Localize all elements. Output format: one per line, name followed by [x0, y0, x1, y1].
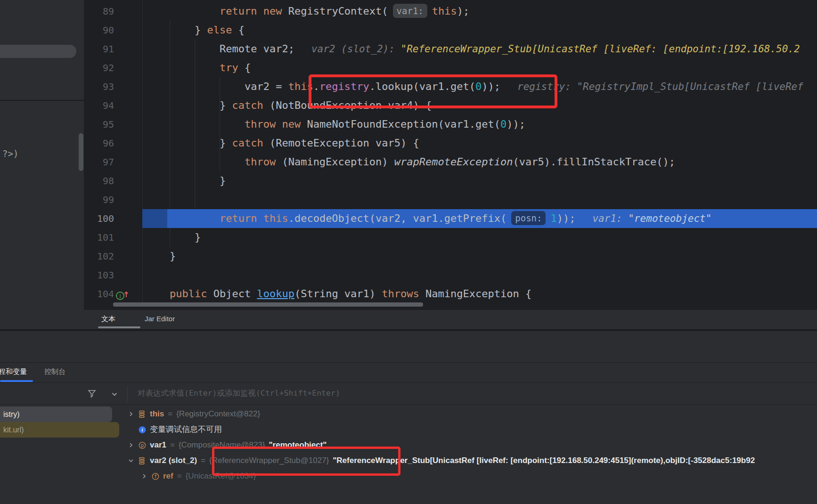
parameter-hint-chip[interactable]: var1: [393, 4, 427, 18]
code-line-97[interactable]: 97throw (NamingException) wrapRemoteExce… [84, 153, 817, 171]
code-token: NamingException { [419, 288, 531, 300]
code-text: try { [145, 62, 251, 73]
code-token: (var5).fillInStackTrace(); [513, 156, 675, 168]
variable-name: var1 [150, 440, 166, 450]
implementing-method-icon[interactable]: I [115, 288, 134, 300]
code-token: } [220, 99, 232, 111]
code-line-89[interactable]: 89return new RegistryContext(var1:this); [84, 2, 817, 21]
parameter-hint-chip[interactable]: posn: [511, 211, 546, 225]
selected-tab-underline [98, 326, 140, 328]
editor-horizontal-scrollbar[interactable] [113, 302, 423, 307]
debug-tab-underline [0, 380, 33, 382]
code-line-95[interactable]: 95throw new NameNotFoundException(var1.g… [84, 115, 817, 134]
line-number[interactable]: 89 [84, 2, 114, 21]
frame-row-library[interactable]: kit.url) [0, 422, 119, 438]
expand-chevron-icon[interactable] [127, 410, 135, 418]
variable-row-this[interactable]: this={RegistryContext@822} [127, 406, 260, 422]
code-token: public [170, 288, 207, 300]
code-line-101[interactable]: 101} [84, 228, 817, 247]
code-token: { [232, 24, 245, 36]
line-number[interactable]: 95 [84, 115, 114, 134]
code-line-102[interactable]: 102} [84, 247, 817, 266]
tab-threads-variables[interactable]: 线程和变量 [0, 367, 27, 376]
code-token: } [220, 137, 232, 149]
inline-debugger-hint: registry: "RegistryImpl_Stub[UnicastRef … [517, 81, 803, 92]
filter-funnel-icon[interactable] [87, 389, 97, 401]
equals-sign: = [170, 440, 175, 450]
equals-sign: = [177, 471, 182, 481]
code-text: public Object lookup(String var1) throws… [145, 288, 531, 300]
code-token: (NamingException) [276, 156, 394, 168]
code-token: catch [232, 137, 263, 149]
watch-toolbar: 对表达式求值(Enter)或添加监视(Ctrl+Shift+Enter) [0, 383, 817, 405]
line-number[interactable]: 91 [84, 40, 114, 58]
side-panel-selected-item[interactable] [0, 45, 76, 58]
line-number[interactable]: 99 [84, 190, 114, 209]
code-token: new [282, 118, 301, 130]
tab-jar-editor[interactable]: Jar Editor [145, 315, 175, 323]
inline-debugger-hint: var1: "remoteobject" [592, 213, 711, 224]
tab-text-view[interactable]: 文本 [101, 315, 115, 324]
side-panel-divider [0, 100, 84, 101]
line-number[interactable]: 103 [84, 266, 114, 285]
frame-row-selected[interactable]: istry) [0, 406, 112, 422]
code-token: { [238, 62, 251, 73]
line-number[interactable]: 92 [84, 58, 114, 77]
code-token: throws [382, 288, 419, 300]
expand-chevron-icon[interactable] [127, 441, 135, 449]
line-number[interactable]: 98 [84, 171, 114, 190]
code-area[interactable]: 89return new RegistryContext(var1:this);… [84, 0, 817, 303]
tab-console[interactable]: 控制台 [44, 367, 65, 376]
divider [0, 362, 817, 363]
debug-tool-window: 线程和变量 控制台 对表达式求值(Enter)或添加监视(Ctrl+Shift+… [0, 331, 817, 504]
line-number[interactable]: 100 [84, 209, 114, 228]
code-line-103[interactable]: 103 [84, 266, 817, 285]
variable-row-info[interactable]: i变量调试信息不可用 [127, 422, 222, 437]
code-text: throw new NameNotFoundException(var1.get… [145, 118, 525, 130]
line-number[interactable]: 93 [84, 77, 114, 96]
code-line-104[interactable]: 104Ipublic Object lookup(String var1) th… [84, 285, 817, 303]
side-panel-partial-text: ?>) [2, 148, 18, 159]
code-text: } [145, 175, 226, 187]
code-token: throw [245, 118, 276, 130]
evaluate-expression-input[interactable]: 对表达式求值(Enter)或添加监视(Ctrl+Shift+Enter) [138, 388, 340, 398]
code-text: } else { [145, 24, 245, 36]
code-line-96[interactable]: 96} catch (RemoteException var5) { [84, 134, 817, 153]
equals-sign: = [168, 409, 172, 419]
code-text: throw (NamingException) wrapRemoteExcept… [145, 156, 675, 168]
line-number[interactable]: 102 [84, 247, 114, 266]
code-text: return new RegistryContext(var1:this); [145, 5, 469, 17]
variable-name: ref [163, 471, 173, 481]
expand-chevron-icon[interactable] [140, 472, 148, 480]
code-text: } catch (RemoteException var5) { [145, 137, 419, 149]
code-text: } [145, 250, 176, 262]
line-number[interactable]: 104 [84, 285, 114, 303]
code-line-90[interactable]: 90} else { [84, 21, 817, 40]
line-number[interactable]: 97 [84, 153, 114, 171]
code-line-98[interactable]: 98} [84, 171, 817, 190]
code-line-100[interactable]: 100return this.decodeObject(var2, var1.g… [84, 209, 817, 228]
code-token: this [432, 5, 457, 17]
inline-debugger-hint: var2 (slot_2): "ReferenceWrapper_Stub[Un… [311, 43, 800, 55]
line-number[interactable]: 96 [84, 134, 114, 153]
side-panel-scrollbar[interactable] [79, 133, 83, 171]
code-line-99[interactable]: 99 [84, 190, 817, 209]
code-token: )); [507, 118, 525, 130]
code-token: } [170, 250, 176, 262]
line-number[interactable]: 101 [84, 228, 114, 247]
parameter-icon: p [139, 441, 146, 449]
chevron-down-icon[interactable] [110, 390, 119, 400]
info-icon: i [139, 426, 146, 433]
code-token: )); [557, 212, 576, 224]
code-token: (RemoteException var5) { [263, 137, 419, 149]
annotation-rectangle-variable [212, 447, 400, 476]
code-editor[interactable]: 89return new RegistryContext(var1:this);… [84, 0, 817, 310]
line-number[interactable]: 90 [84, 21, 114, 40]
code-token: lookup [257, 288, 294, 300]
code-token: catch [232, 99, 263, 111]
collapse-chevron-icon[interactable] [127, 457, 135, 464]
code-token: 1 [550, 212, 556, 224]
code-token: throw [245, 156, 276, 168]
code-line-91[interactable]: 91Remote var2;var2 (slot_2): "ReferenceW… [84, 40, 817, 58]
line-number[interactable]: 94 [84, 96, 114, 115]
